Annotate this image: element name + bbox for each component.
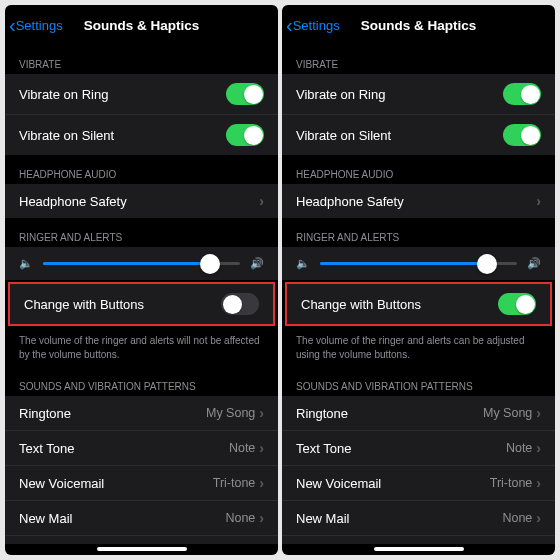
section-header-sounds: SOUNDS AND VIBRATION PATTERNS xyxy=(282,367,555,396)
cell-label: Headphone Safety xyxy=(296,194,404,209)
chevron-right-icon: › xyxy=(536,440,541,456)
footer-text: The volume of the ringer and alerts can … xyxy=(282,328,555,367)
page-title: Sounds & Haptics xyxy=(361,18,477,33)
toggle-change-with-buttons[interactable] xyxy=(498,293,536,315)
home-indicator[interactable] xyxy=(374,547,464,551)
cell-label: Vibrate on Silent xyxy=(296,128,391,143)
speaker-low-icon: 🔈 xyxy=(19,257,33,270)
back-chevron-icon[interactable]: ‹ xyxy=(286,15,293,35)
section-header-vibrate: VIBRATE xyxy=(5,45,278,74)
slider-thumb[interactable] xyxy=(477,254,497,274)
row-volume-slider: 🔈 🔊 xyxy=(5,247,278,280)
section-header-ringer: RINGER AND ALERTS xyxy=(5,218,278,247)
row-new-voicemail[interactable]: New Voicemail Tri-tone› xyxy=(282,466,555,501)
cell-label: Vibrate on Ring xyxy=(296,87,385,102)
speaker-high-icon: 🔊 xyxy=(527,257,541,270)
row-sent-mail[interactable]: Sent Mail Swoosh› xyxy=(282,536,555,544)
row-vibrate-on-silent[interactable]: Vibrate on Silent xyxy=(5,115,278,155)
cell-value: None xyxy=(225,511,255,525)
phone-screen-left: ‹ Settings Sounds & Haptics VIBRATE Vibr… xyxy=(5,5,278,555)
toggle-vibrate-silent[interactable] xyxy=(226,124,264,146)
volume-slider[interactable] xyxy=(320,262,517,265)
chevron-right-icon: › xyxy=(259,475,264,491)
toggle-vibrate-ring[interactable] xyxy=(226,83,264,105)
cell-value: My Song xyxy=(483,406,532,420)
chevron-right-icon: › xyxy=(536,475,541,491)
cell-label: Vibrate on Silent xyxy=(19,128,114,143)
cell-value: Tri-tone xyxy=(490,476,533,490)
row-text-tone[interactable]: Text Tone Note› xyxy=(5,431,278,466)
cell-label: Ringtone xyxy=(296,406,348,421)
chevron-right-icon: › xyxy=(536,405,541,421)
chevron-right-icon: › xyxy=(259,193,264,209)
cell-label: Text Tone xyxy=(296,441,351,456)
nav-bar: ‹ Settings Sounds & Haptics xyxy=(282,5,555,45)
toggle-vibrate-ring[interactable] xyxy=(503,83,541,105)
row-vibrate-on-ring[interactable]: Vibrate on Ring xyxy=(5,74,278,115)
row-new-mail[interactable]: New Mail None› xyxy=(282,501,555,536)
back-button[interactable]: Settings xyxy=(16,18,63,33)
section-header-vibrate: VIBRATE xyxy=(282,45,555,74)
slider-thumb[interactable] xyxy=(200,254,220,274)
row-volume-slider: 🔈 🔊 xyxy=(282,247,555,280)
chevron-right-icon: › xyxy=(536,510,541,526)
back-chevron-icon[interactable]: ‹ xyxy=(9,15,16,35)
row-ringtone[interactable]: Ringtone My Song› xyxy=(282,396,555,431)
settings-list: VIBRATE Vibrate on Ring Vibrate on Silen… xyxy=(282,45,555,544)
page-title: Sounds & Haptics xyxy=(84,18,200,33)
cell-label: Change with Buttons xyxy=(24,297,144,312)
cell-label: New Mail xyxy=(296,511,349,526)
row-new-voicemail[interactable]: New Voicemail Tri-tone› xyxy=(5,466,278,501)
cell-label: Text Tone xyxy=(19,441,74,456)
cell-label: Change with Buttons xyxy=(301,297,421,312)
home-indicator[interactable] xyxy=(97,547,187,551)
toggle-change-with-buttons[interactable] xyxy=(221,293,259,315)
chevron-right-icon: › xyxy=(259,440,264,456)
section-header-ringer: RINGER AND ALERTS xyxy=(282,218,555,247)
row-headphone-safety[interactable]: Headphone Safety › xyxy=(5,184,278,218)
chevron-right-icon: › xyxy=(536,193,541,209)
speaker-high-icon: 🔊 xyxy=(250,257,264,270)
cell-value: Tri-tone xyxy=(213,476,256,490)
cell-label: New Voicemail xyxy=(296,476,381,491)
toggle-vibrate-silent[interactable] xyxy=(503,124,541,146)
cell-value: My Song xyxy=(206,406,255,420)
nav-bar: ‹ Settings Sounds & Haptics xyxy=(5,5,278,45)
settings-list: VIBRATE Vibrate on Ring Vibrate on Silen… xyxy=(5,45,278,544)
footer-text: The volume of the ringer and alerts will… xyxy=(5,328,278,367)
row-new-mail[interactable]: New Mail None› xyxy=(5,501,278,536)
speaker-low-icon: 🔈 xyxy=(296,257,310,270)
cell-label: New Voicemail xyxy=(19,476,104,491)
row-vibrate-on-ring[interactable]: Vibrate on Ring xyxy=(282,74,555,115)
phone-screen-right: ‹ Settings Sounds & Haptics VIBRATE Vibr… xyxy=(282,5,555,555)
chevron-right-icon: › xyxy=(259,405,264,421)
cell-label: Headphone Safety xyxy=(19,194,127,209)
row-ringtone[interactable]: Ringtone My Song› xyxy=(5,396,278,431)
row-change-with-buttons[interactable]: Change with Buttons xyxy=(285,282,552,326)
volume-slider[interactable] xyxy=(43,262,240,265)
row-vibrate-on-silent[interactable]: Vibrate on Silent xyxy=(282,115,555,155)
section-header-headphone: HEADPHONE AUDIO xyxy=(282,155,555,184)
back-button[interactable]: Settings xyxy=(293,18,340,33)
cell-label: Ringtone xyxy=(19,406,71,421)
cell-value: Note xyxy=(229,441,255,455)
row-sent-mail[interactable]: Sent Mail Swoosh› xyxy=(5,536,278,544)
cell-value: None xyxy=(502,511,532,525)
row-text-tone[interactable]: Text Tone Note› xyxy=(282,431,555,466)
section-header-sounds: SOUNDS AND VIBRATION PATTERNS xyxy=(5,367,278,396)
section-header-headphone: HEADPHONE AUDIO xyxy=(5,155,278,184)
cell-label: New Mail xyxy=(19,511,72,526)
cell-value: Note xyxy=(506,441,532,455)
chevron-right-icon: › xyxy=(259,510,264,526)
row-change-with-buttons[interactable]: Change with Buttons xyxy=(8,282,275,326)
cell-label: Vibrate on Ring xyxy=(19,87,108,102)
row-headphone-safety[interactable]: Headphone Safety › xyxy=(282,184,555,218)
